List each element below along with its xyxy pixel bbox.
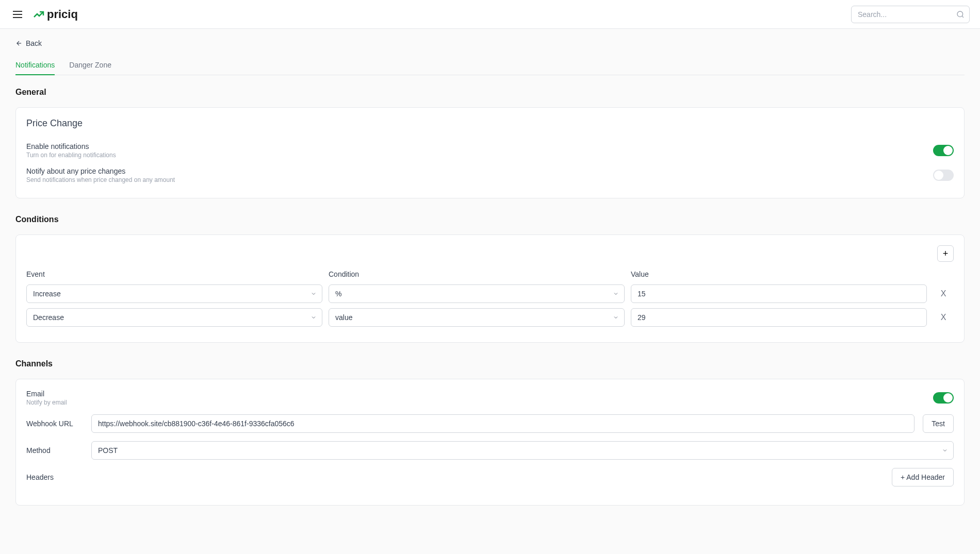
toggle-enable-notifications[interactable]: [933, 145, 954, 156]
headers-label: Headers: [26, 473, 83, 481]
setting-label-notify-any: Notify about any price changes: [26, 167, 933, 175]
header-event: Event: [26, 270, 322, 278]
condition-select[interactable]: %: [329, 284, 625, 303]
svg-point-0: [957, 11, 963, 17]
condition-select[interactable]: value: [329, 308, 625, 327]
remove-condition-button[interactable]: X: [933, 313, 954, 322]
menu-button[interactable]: [10, 8, 25, 21]
back-link[interactable]: Back: [15, 39, 42, 47]
back-label: Back: [26, 39, 42, 47]
value-input[interactable]: [631, 308, 927, 327]
search-input[interactable]: [851, 6, 970, 23]
card-title-price-change: Price Change: [26, 118, 954, 129]
logo-text: priciq: [47, 8, 78, 21]
header-value: Value: [631, 270, 927, 278]
search-icon: [956, 10, 965, 19]
setting-desc-enable: Turn on for enabling notifications: [26, 152, 933, 159]
setting-desc-notify-any: Send notifications when price changed on…: [26, 176, 933, 183]
arrow-left-icon: [15, 40, 23, 47]
toggle-notify-any[interactable]: [933, 170, 954, 181]
event-select[interactable]: Decrease: [26, 308, 322, 327]
section-title-channels: Channels: [15, 359, 965, 368]
webhook-url-input[interactable]: [91, 414, 914, 433]
logo[interactable]: priciq: [32, 8, 78, 21]
section-title-conditions: Conditions: [15, 215, 965, 224]
event-select[interactable]: Increase: [26, 284, 322, 303]
webhook-label: Webhook URL: [26, 419, 83, 428]
section-title-general: General: [15, 88, 965, 97]
email-desc: Notify by email: [26, 399, 925, 406]
toggle-email[interactable]: [933, 392, 954, 404]
method-select[interactable]: POST: [91, 441, 954, 460]
method-label: Method: [26, 446, 83, 455]
tab-danger-zone[interactable]: Danger Zone: [69, 56, 111, 75]
header-condition: Condition: [329, 270, 625, 278]
email-label: Email: [26, 390, 925, 398]
setting-label-enable: Enable notifications: [26, 142, 933, 150]
add-header-button[interactable]: + Add Header: [892, 468, 954, 486]
logo-icon: [32, 8, 45, 21]
tab-notifications[interactable]: Notifications: [15, 56, 55, 75]
value-input[interactable]: [631, 284, 927, 303]
test-button[interactable]: Test: [923, 414, 954, 433]
add-condition-button[interactable]: +: [937, 245, 954, 262]
remove-condition-button[interactable]: X: [933, 289, 954, 298]
svg-line-1: [962, 16, 963, 18]
